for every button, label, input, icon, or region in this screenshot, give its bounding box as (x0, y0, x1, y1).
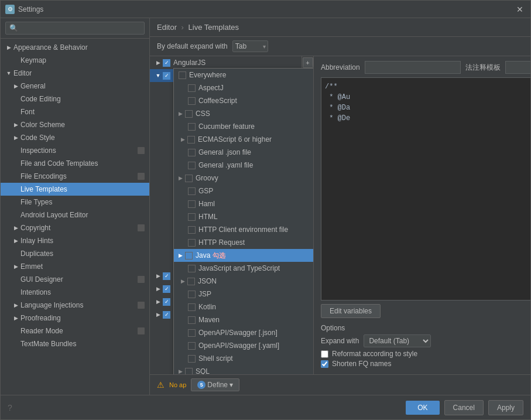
template-textarea[interactable]: /** * @Au * @Da * @De (321, 77, 530, 301)
dropdown-ecmascript[interactable]: ▶ ECMAScript 6 or higher (174, 133, 314, 146)
dropdown-sql[interactable]: ▶ SQL (174, 365, 314, 374)
sidebar-item-duplicates[interactable]: Duplicates (1, 247, 149, 260)
ht1-checkbox[interactable] (163, 298, 170, 306)
dropdown-kotlin[interactable]: Kotlin (174, 301, 314, 313)
dropdown-jsp[interactable]: JSP (174, 288, 314, 301)
openapi-yaml-checkbox[interactable] (188, 342, 196, 350)
apply-button[interactable]: Apply (488, 400, 523, 415)
tpl-group-angular[interactable]: ▶ AngularJS (150, 56, 313, 69)
dropdown-groovy[interactable]: ▶ Groovy (174, 172, 314, 185)
dropdown-http-client[interactable]: HTTP Client environment file (174, 223, 314, 236)
dropdown-json-file[interactable]: General .json file (174, 146, 314, 159)
description-label: 法注释模板 (465, 63, 501, 73)
dropdown-openapi-json[interactable]: OpenAPI/Swagger [.json] (174, 326, 314, 339)
maven-checkbox[interactable] (188, 316, 196, 324)
java-checkbox[interactable] (185, 252, 193, 259)
http-client-checkbox[interactable] (188, 226, 196, 234)
jsp-checkbox[interactable] (188, 291, 196, 298)
dropdown-cucumber[interactable]: Cucumber feature (174, 120, 314, 133)
sidebar-item-general[interactable]: ▶ General (1, 80, 149, 93)
dropdown-json[interactable]: ▶ JSON (174, 275, 314, 288)
dialog-footer: ? OK Cancel Apply (1, 395, 530, 419)
dropdown-html[interactable]: HTML (174, 210, 314, 223)
ecmascript-chevron: ▶ (181, 136, 185, 142)
dropdown-haml[interactable]: Haml (174, 197, 314, 210)
sidebar-item-lang-injections[interactable]: ▶ Language Injections (1, 299, 149, 312)
gsp-checkbox[interactable] (188, 187, 196, 195)
help-icon[interactable]: ? (8, 403, 12, 412)
groovy-checkbox[interactable] (185, 175, 193, 182)
sidebar-item-gui-designer[interactable]: GUI Designer (1, 273, 149, 286)
angular-checkbox[interactable] (163, 59, 170, 67)
sidebar-item-file-code-templates[interactable]: File and Code Templates (1, 157, 149, 170)
dropdown-openapi-yaml[interactable]: OpenAPI/Swagger [.yaml] (174, 339, 314, 352)
sidebar-item-proofreading[interactable]: ▶ Proofreading (1, 312, 149, 325)
sidebar-item-file-encodings[interactable]: File Encodings (1, 170, 149, 183)
sidebar-item-reader-mode[interactable]: Reader Mode (1, 325, 149, 337)
expand-with-select[interactable]: Default (Tab) Tab Enter Space (364, 334, 431, 347)
dropdown-aspectj[interactable]: AspectJ (174, 81, 314, 94)
sql-checkbox[interactable] (185, 368, 193, 375)
edit-variables-button[interactable]: Edit variables (321, 304, 381, 318)
ht2-checkbox[interactable] (163, 311, 170, 319)
sidebar-item-inspections[interactable]: Inspections (1, 144, 149, 157)
dropdown-css[interactable]: ▶ CSS (174, 107, 314, 120)
ecmascript-checkbox[interactable] (187, 136, 195, 144)
dropdown-coffeescript[interactable]: CoffeeScript (174, 94, 314, 107)
sidebar-item-font[interactable]: Font (1, 105, 149, 118)
dropdown-everywhere[interactable]: Everywhere (174, 69, 314, 81)
di-checkbox[interactable] (163, 72, 170, 80)
coffeescript-checkbox[interactable] (188, 97, 196, 105)
add-template-button[interactable]: + (303, 57, 313, 68)
openapi-json-checkbox[interactable] (188, 329, 196, 337)
search-input[interactable] (5, 22, 145, 35)
gr-checkbox[interactable] (163, 272, 170, 280)
haml-checkbox[interactable] (188, 200, 196, 208)
sidebar-item-color-scheme[interactable]: ▶ Color Scheme (1, 118, 149, 131)
sidebar-item-editor[interactable]: ▼ Editor (1, 67, 149, 80)
dropdown-java[interactable]: ▶ Java 勾选 (174, 249, 314, 262)
css-checkbox[interactable] (185, 110, 193, 118)
spacer-icon (12, 289, 19, 296)
sidebar-item-emmet[interactable]: ▶ Emmet (1, 260, 149, 273)
abbreviation-label: Abbreviation (321, 63, 360, 71)
shell-checkbox[interactable] (188, 355, 196, 363)
sidebar-item-copyright[interactable]: ▶ Copyright (1, 221, 149, 234)
sidebar-item-intentions[interactable]: Intentions (1, 286, 149, 299)
abbreviation-input[interactable] (365, 61, 461, 74)
everywhere-checkbox[interactable] (179, 71, 186, 79)
define-button[interactable]: 5 Define ▾ (191, 378, 239, 391)
sidebar-item-textmate[interactable]: TextMate Bundles (1, 337, 149, 350)
dropdown-js-ts[interactable]: JavaScript and TypeScript (174, 262, 314, 275)
js-ts-checkbox[interactable] (188, 265, 196, 272)
http-request-checkbox[interactable] (188, 239, 196, 247)
close-button[interactable]: ✕ (514, 4, 526, 15)
kotlin-checkbox[interactable] (188, 303, 196, 311)
sidebar-item-code-editing[interactable]: Code Editing (1, 93, 149, 105)
sidebar-item-code-style[interactable]: ▶ Code Style (1, 131, 149, 144)
sidebar-item-appearance[interactable]: ▶ Appearance & Behavior (1, 41, 149, 54)
sidebar-item-keymap[interactable]: Keymap (1, 54, 149, 67)
gs-checkbox[interactable] (163, 285, 170, 293)
dropdown-shell[interactable]: Shell script (174, 352, 314, 365)
html-checkbox[interactable] (188, 213, 196, 221)
json-file-checkbox[interactable] (188, 149, 196, 156)
json-checkbox[interactable] (187, 278, 195, 285)
dropdown-gsp[interactable]: GSP (174, 185, 314, 197)
reformat-checkbox[interactable] (321, 350, 328, 358)
sidebar-item-file-types[interactable]: File Types (1, 196, 149, 209)
sidebar-item-live-templates[interactable]: Live Templates (1, 183, 149, 196)
yaml-file-checkbox[interactable] (188, 162, 196, 169)
aspectj-checkbox[interactable] (188, 84, 196, 92)
sidebar-item-inlay-hints[interactable]: ▶ Inlay Hints (1, 234, 149, 247)
dropdown-yaml-file[interactable]: General .yaml file (174, 159, 314, 172)
cucumber-checkbox[interactable] (188, 123, 196, 131)
expand-select[interactable]: Tab Enter Space (232, 40, 268, 52)
sidebar-item-android-layout[interactable]: Android Layout Editor (1, 209, 149, 221)
dropdown-maven[interactable]: Maven (174, 313, 314, 326)
dropdown-http-request[interactable]: HTTP Request (174, 236, 314, 249)
shorten-checkbox[interactable] (321, 360, 328, 368)
cancel-button[interactable]: Cancel (444, 400, 484, 415)
ok-button[interactable]: OK (406, 401, 439, 415)
description-input[interactable] (505, 61, 530, 74)
